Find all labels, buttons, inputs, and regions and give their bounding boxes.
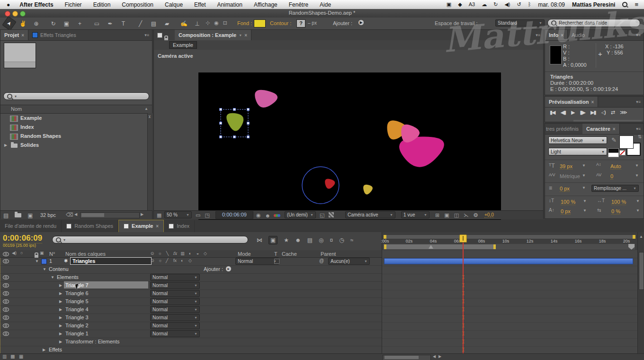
frame-blend-icon[interactable]: ▥ [180, 251, 185, 256]
viewer-current-time[interactable]: 0:00:06:09 [215, 211, 253, 219]
adjustment-icon[interactable]: ◒ [195, 251, 200, 256]
loop-button[interactable]: ⇄ [611, 109, 614, 116]
blend-mode-dropdown[interactable]: Normal▼ [150, 306, 200, 313]
baseline-shift-value[interactable]: 0 px [561, 208, 571, 215]
spotlight-icon[interactable] [622, 2, 627, 7]
expand-render-time-icon[interactable]: ▩ [10, 354, 15, 359]
timeline-row-triangle-2[interactable]: ▶Triangle 2Normal▼ [0, 322, 382, 330]
pan-behind-tool[interactable]: + [75, 19, 85, 28]
blend-mode-dropdown[interactable]: Normal▼ [235, 258, 279, 265]
close-icon[interactable]: × [21, 33, 24, 38]
timeline-row-transformer-elements[interactable]: ▶Transformer : Elements [0, 338, 382, 346]
expander-icon[interactable]: ▶ [59, 340, 62, 344]
current-time-indicator[interactable] [459, 234, 467, 243]
current-time-display[interactable]: 0:00:06:09 [3, 234, 42, 243]
expander-icon[interactable]: ▶ [59, 299, 62, 304]
layer-switch-icon[interactable]: fx [173, 258, 177, 263]
blend-mode-dropdown[interactable]: Normal▼ [150, 274, 200, 281]
brush-tool[interactable]: ╱ [135, 19, 145, 28]
menu-effet[interactable]: Effet [194, 1, 206, 8]
marker-icon[interactable]: ▲ [639, 235, 643, 239]
panel-menu-icon[interactable]: ▾≡ [144, 33, 149, 37]
work-area-track[interactable] [383, 244, 635, 250]
stroke-width-value[interactable]: 0 px [560, 186, 570, 192]
draft-3d-icon[interactable]: ▣ [268, 236, 277, 244]
timeline-search-input[interactable]: ▾ [52, 236, 248, 243]
parent-pickwhip-icon[interactable]: @ [319, 258, 324, 263]
timeline-hscrollbar[interactable] [383, 355, 431, 360]
audio-column-icon[interactable]: ◀) [12, 251, 17, 255]
chevron-down-icon[interactable]: ▼ [192, 324, 197, 327]
chevron-down-icon[interactable]: ▼ [192, 316, 197, 319]
bluetooth-icon[interactable]: ᛒ [528, 1, 531, 8]
timeline-row-elements[interactable]: ▼ElementsNormal▼ [0, 273, 382, 282]
timeline-vscrollbar[interactable] [639, 252, 644, 290]
panel-menu-icon[interactable]: ▾≡ [636, 99, 641, 104]
shy-icon[interactable]: ⊙ [150, 251, 155, 256]
window-titlebar[interactable]: RandomShapes-Demo.aep * [0, 9, 644, 18]
expander-icon[interactable]: ▶ [59, 307, 62, 312]
collapse-icon[interactable]: ☼ [157, 251, 162, 256]
layer-switch-icon[interactable]: ╱ [166, 258, 168, 263]
timeline-row-triangle-3[interactable]: ▶Triangle 3Normal▼ [0, 314, 382, 322]
close-icon[interactable]: × [156, 224, 159, 229]
project-item-example[interactable]: Example [0, 114, 146, 123]
last-frame-button[interactable]: ▶▮ [590, 109, 596, 116]
swap-colors-icon[interactable]: ⇅ [638, 135, 642, 139]
label-column-icon[interactable]: ▣ [40, 251, 44, 255]
chevron-down-icon[interactable]: ▼ [583, 199, 587, 203]
blend-mode-dropdown[interactable]: Normal▼ [150, 314, 200, 321]
apple-menu-icon[interactable]: ● [7, 1, 10, 8]
column-t[interactable]: T [274, 251, 277, 257]
first-frame-button[interactable]: ▮◀ [550, 109, 555, 116]
zoom-tool[interactable]: ⊕ [31, 19, 41, 28]
3d-icon[interactable]: ◇ [203, 251, 208, 256]
layer-duration-bar[interactable] [384, 258, 633, 264]
chevron-down-icon[interactable]: ▼ [239, 34, 242, 37]
composition-marker[interactable] [429, 245, 433, 249]
scroll-up-icon[interactable]: ▲ [144, 107, 148, 111]
mini-flowchart-icon[interactable]: ⋋ [464, 212, 469, 218]
panel-menu-icon[interactable]: ▾≡ [636, 126, 641, 131]
chevron-down-icon[interactable]: ▼ [192, 284, 197, 287]
expander-icon[interactable]: ▶ [43, 348, 45, 352]
scroll-left-icon[interactable]: ◀ [433, 355, 436, 359]
selection-handle[interactable] [247, 108, 250, 111]
project-item-index[interactable]: Index [0, 123, 146, 132]
timeline-row-triangle-1[interactable]: ▶Triangle 1Normal▼ [0, 330, 382, 338]
tsume-value[interactable]: 0 % [611, 208, 620, 215]
tab-audio[interactable]: Audio [568, 30, 589, 40]
selection-handle[interactable] [233, 108, 236, 111]
trkmat-checkbox[interactable] [274, 259, 279, 264]
selection-handle[interactable] [247, 122, 250, 125]
shy-icon[interactable]: ☻ [295, 237, 301, 243]
stroke-fill-order-dropdown[interactable]: Remplissage ...▼ [591, 185, 639, 192]
notification-center-icon[interactable]: ≡ [635, 1, 638, 8]
column-parent[interactable]: Parent [321, 251, 336, 257]
project-hscrollbar[interactable] [80, 212, 140, 218]
layer-switch-icon[interactable]: ⊙ [151, 258, 154, 263]
chevron-down-icon[interactable]: ▼ [582, 186, 586, 190]
column-cache[interactable]: Cache [282, 251, 297, 257]
tab-effets-triangles[interactable]: Effets Triangles [28, 30, 80, 40]
parent-dropdown[interactable]: Aucun(e)▼ [328, 258, 370, 265]
timeline-row-triangle-6[interactable]: ▶Triangle 6Normal▼ [0, 289, 382, 298]
help-search-input[interactable]: Rechercher dans l'aide [547, 19, 640, 27]
trash-icon[interactable]: ⌫ [66, 212, 73, 217]
time-ruler[interactable]: :00s02s04s06s08s10s12s14s16s18s20s [382, 232, 638, 250]
expander-icon[interactable]: ▶ [59, 315, 62, 320]
interpret-footage-icon[interactable]: ▤ [3, 212, 9, 219]
work-area-bar[interactable] [384, 244, 496, 249]
volume-icon[interactable]: ◀) [504, 1, 510, 8]
tab-projet[interactable]: Projet× [0, 30, 28, 40]
comp-mini-flowchart-icon[interactable]: ⋈ [257, 237, 262, 243]
navigator-end-handle[interactable] [633, 235, 635, 239]
selection-handle[interactable] [220, 122, 222, 125]
magnification-dropdown[interactable]: 50 %▼ [164, 211, 192, 218]
project-scrollbar[interactable]: ⊻ [147, 113, 152, 210]
comp-crumb-example[interactable]: Example [169, 41, 197, 49]
quality-icon[interactable]: ╲ [165, 251, 170, 256]
menu-aide[interactable]: Aide [320, 1, 331, 8]
timeline-tab-random-shapes[interactable]: Random Shapes [62, 220, 118, 232]
selection-handle[interactable] [247, 136, 250, 138]
